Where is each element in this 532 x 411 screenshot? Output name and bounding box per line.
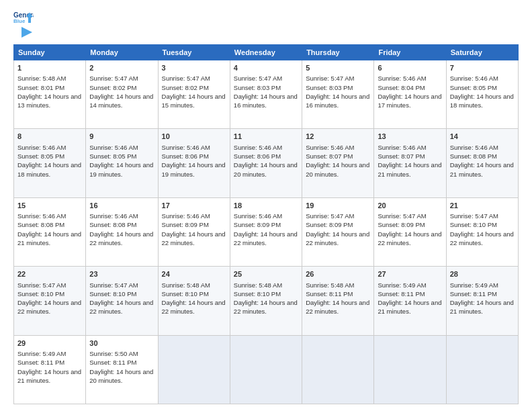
header: General Blue [13, 11, 519, 39]
daylight-label: Daylight: 14 hours and 20 minutes. [89, 368, 153, 384]
daylight-label: Daylight: 14 hours and 15 minutes. [162, 93, 226, 109]
sunset-label: Sunset: 8:03 PM [234, 84, 281, 91]
day-cell: 16 Sunrise: 5:46 AM Sunset: 8:08 PM Dayl… [86, 197, 158, 266]
sunset-label: Sunset: 8:07 PM [378, 152, 425, 160]
day-number: 18 [234, 201, 298, 211]
day-number: 11 [234, 132, 298, 142]
sunrise-label: Sunrise: 5:46 AM [234, 144, 282, 151]
day-number: 13 [378, 132, 442, 142]
sunset-label: Sunset: 8:11 PM [378, 290, 425, 298]
daylight-label: Daylight: 14 hours and 22 minutes. [234, 299, 298, 315]
sunset-label: Sunset: 8:05 PM [450, 84, 497, 91]
sunrise-label: Sunrise: 5:46 AM [306, 144, 354, 151]
daylight-label: Daylight: 14 hours and 14 minutes. [89, 93, 153, 109]
sunrise-label: Sunrise: 5:47 AM [89, 281, 138, 289]
sunrise-label: Sunrise: 5:48 AM [162, 281, 210, 289]
week-row-3: 15 Sunrise: 5:46 AM Sunset: 8:08 PM Dayl… [14, 197, 519, 266]
day-number: 20 [378, 201, 442, 211]
week-row-1: 1 Sunrise: 5:48 AM Sunset: 8:01 PM Dayli… [14, 60, 519, 129]
daylight-label: Daylight: 14 hours and 22 minutes. [162, 299, 226, 315]
day-cell [230, 335, 302, 404]
day-cell: 12 Sunrise: 5:46 AM Sunset: 8:07 PM Dayl… [302, 129, 374, 197]
day-cell: 25 Sunrise: 5:48 AM Sunset: 8:10 PM Dayl… [230, 267, 302, 335]
sunrise-label: Sunrise: 5:48 AM [17, 75, 66, 82]
day-number: 30 [89, 338, 154, 349]
sunrise-label: Sunrise: 5:46 AM [17, 144, 66, 151]
daylight-label: Daylight: 14 hours and 18 minutes. [450, 93, 514, 109]
day-number: 28 [450, 269, 515, 279]
daylight-label: Daylight: 14 hours and 22 minutes. [162, 230, 226, 246]
sunset-label: Sunset: 8:11 PM [17, 359, 64, 366]
day-cell: 27 Sunrise: 5:49 AM Sunset: 8:11 PM Dayl… [374, 267, 446, 335]
day-cell [374, 335, 446, 404]
day-cell: 2 Sunrise: 5:47 AM Sunset: 8:02 PM Dayli… [86, 60, 158, 129]
daylight-label: Daylight: 14 hours and 22 minutes. [450, 230, 514, 246]
day-number: 23 [89, 269, 154, 279]
day-number: 21 [450, 201, 515, 211]
sunset-label: Sunset: 8:01 PM [17, 84, 64, 91]
sunset-label: Sunset: 8:09 PM [162, 221, 209, 228]
daylight-label: Daylight: 14 hours and 21 minutes. [450, 161, 514, 177]
header-day-wednesday: Wednesday [230, 45, 302, 60]
sunrise-label: Sunrise: 5:47 AM [234, 75, 282, 82]
sunrise-label: Sunrise: 5:46 AM [378, 144, 426, 151]
daylight-label: Daylight: 14 hours and 13 minutes. [17, 93, 81, 109]
sunrise-label: Sunrise: 5:46 AM [450, 75, 498, 82]
daylight-label: Daylight: 14 hours and 22 minutes. [378, 230, 441, 246]
day-number: 15 [17, 201, 82, 211]
day-cell: 4 Sunrise: 5:47 AM Sunset: 8:03 PM Dayli… [230, 60, 302, 129]
day-number: 12 [306, 132, 370, 142]
day-cell: 13 Sunrise: 5:46 AM Sunset: 8:07 PM Dayl… [374, 129, 446, 197]
sunrise-label: Sunrise: 5:47 AM [306, 212, 354, 220]
day-cell: 22 Sunrise: 5:47 AM Sunset: 8:10 PM Dayl… [14, 267, 86, 335]
day-number: 27 [378, 269, 442, 279]
sunrise-label: Sunrise: 5:50 AM [89, 350, 138, 357]
sunrise-label: Sunrise: 5:46 AM [378, 75, 426, 82]
day-cell: 19 Sunrise: 5:47 AM Sunset: 8:09 PM Dayl… [302, 197, 374, 266]
day-cell: 10 Sunrise: 5:46 AM Sunset: 8:06 PM Dayl… [158, 129, 230, 197]
page: General Blue SundayMondayTuesdayWednesda… [0, 0, 532, 411]
sunrise-label: Sunrise: 5:46 AM [89, 144, 138, 151]
daylight-label: Daylight: 14 hours and 21 minutes. [378, 161, 441, 177]
week-row-5: 29 Sunrise: 5:49 AM Sunset: 8:11 PM Dayl… [14, 335, 519, 404]
day-number: 3 [162, 63, 226, 73]
sunset-label: Sunset: 8:10 PM [450, 221, 497, 228]
day-number: 17 [162, 201, 226, 211]
svg-text:Blue: Blue [13, 18, 26, 24]
daylight-label: Daylight: 14 hours and 18 minutes. [17, 161, 81, 177]
sunset-label: Sunset: 8:08 PM [17, 221, 64, 228]
logo-svg: General Blue [13, 11, 34, 24]
sunset-label: Sunset: 8:10 PM [89, 290, 136, 298]
day-number: 7 [450, 63, 515, 73]
day-number: 25 [234, 269, 298, 279]
day-cell: 30 Sunrise: 5:50 AM Sunset: 8:11 PM Dayl… [86, 335, 158, 404]
sunrise-label: Sunrise: 5:46 AM [17, 212, 66, 220]
sunset-label: Sunset: 8:02 PM [89, 84, 136, 91]
day-cell: 18 Sunrise: 5:46 AM Sunset: 8:09 PM Dayl… [230, 197, 302, 266]
daylight-label: Daylight: 14 hours and 22 minutes. [89, 299, 153, 315]
day-cell: 14 Sunrise: 5:46 AM Sunset: 8:08 PM Dayl… [446, 129, 518, 197]
sunset-label: Sunset: 8:09 PM [234, 221, 281, 228]
sunrise-label: Sunrise: 5:46 AM [450, 144, 498, 151]
header-day-sunday: Sunday [14, 45, 86, 60]
header-day-saturday: Saturday [446, 45, 518, 60]
sunset-label: Sunset: 8:06 PM [162, 152, 209, 160]
daylight-label: Daylight: 14 hours and 22 minutes. [234, 230, 298, 246]
day-number: 16 [89, 201, 154, 211]
sunrise-label: Sunrise: 5:46 AM [162, 212, 210, 220]
sunset-label: Sunset: 8:05 PM [17, 152, 64, 160]
sunset-label: Sunset: 8:09 PM [378, 221, 425, 228]
day-number: 19 [306, 201, 370, 211]
sunset-label: Sunset: 8:03 PM [306, 84, 353, 91]
header-day-monday: Monday [86, 45, 158, 60]
sunrise-label: Sunrise: 5:47 AM [162, 75, 210, 82]
svg-marker-3 [21, 27, 32, 38]
daylight-label: Daylight: 14 hours and 16 minutes. [306, 93, 369, 109]
sunset-label: Sunset: 8:11 PM [89, 359, 136, 366]
day-number: 24 [162, 269, 226, 279]
sunset-label: Sunset: 8:02 PM [162, 84, 209, 91]
sunrise-label: Sunrise: 5:47 AM [378, 212, 426, 220]
day-cell: 9 Sunrise: 5:46 AM Sunset: 8:05 PM Dayli… [86, 129, 158, 197]
sunrise-label: Sunrise: 5:46 AM [234, 212, 282, 220]
calendar-body: 1 Sunrise: 5:48 AM Sunset: 8:01 PM Dayli… [14, 60, 519, 404]
